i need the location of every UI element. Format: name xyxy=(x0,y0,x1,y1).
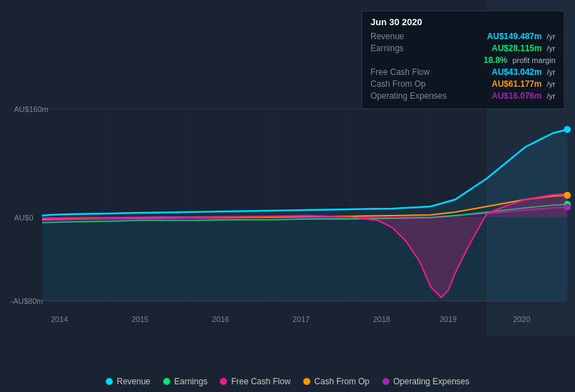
x-label-2014: 2014 xyxy=(51,315,68,323)
legend-item-fcf[interactable]: Free Cash Flow xyxy=(220,377,291,386)
tooltip-cfo-value: AU$61.177m xyxy=(492,79,541,89)
legend-dot-opex xyxy=(382,378,389,385)
tooltip-fcf-row: Free Cash Flow AU$43.042m /yr xyxy=(370,67,555,77)
legend-label-revenue: Revenue xyxy=(117,377,151,386)
tooltip-fcf-unit: /yr xyxy=(547,68,555,76)
tooltip-earnings-row: Earnings AU$28.115m /yr xyxy=(370,43,555,53)
tooltip-margin-label: profit margin xyxy=(513,56,555,64)
legend-dot-cfo xyxy=(303,378,310,385)
opex-end-dot xyxy=(564,204,571,211)
legend-dot-revenue xyxy=(106,378,113,385)
y-label-bot: -AU$80m xyxy=(11,297,43,305)
tooltip-opex-value: AU$16.076m xyxy=(492,91,541,101)
tooltip-cfo-label: Cash From Op xyxy=(370,79,426,89)
tooltip-margin-row: 18.8% profit margin xyxy=(370,55,555,65)
y-label-top: AU$160m xyxy=(14,105,48,113)
chart-legend: Revenue Earnings Free Cash Flow Cash Fro… xyxy=(0,377,575,386)
legend-label-opex: Operating Expenses xyxy=(394,377,470,386)
cfo-end-dot xyxy=(564,192,571,199)
x-label-2015: 2015 xyxy=(132,315,148,323)
legend-label-cfo: Cash From Op xyxy=(314,377,370,386)
tooltip-cfo-unit: /yr xyxy=(547,80,555,88)
legend-item-cfo[interactable]: Cash From Op xyxy=(303,377,370,386)
x-label-2018: 2018 xyxy=(373,315,390,323)
legend-label-earnings: Earnings xyxy=(174,377,207,386)
legend-dot-earnings xyxy=(163,378,170,385)
tooltip-date: Jun 30 2020 xyxy=(370,17,555,27)
tooltip-earnings-label: Earnings xyxy=(370,43,403,53)
tooltip-cfo-row: Cash From Op AU$61.177m /yr xyxy=(370,79,555,89)
legend-item-opex[interactable]: Operating Expenses xyxy=(382,377,470,386)
tooltip-earnings-unit: /yr xyxy=(547,44,555,52)
legend-item-revenue[interactable]: Revenue xyxy=(106,377,151,386)
x-label-2020: 2020 xyxy=(513,315,530,323)
legend-label-fcf: Free Cash Flow xyxy=(231,377,291,386)
tooltip-revenue-label: Revenue xyxy=(370,31,404,41)
revenue-end-dot xyxy=(564,126,571,133)
tooltip-fcf-label: Free Cash Flow xyxy=(370,67,430,77)
y-label-mid: AU$0 xyxy=(14,214,34,222)
tooltip-revenue-row: Revenue AU$149.487m /yr xyxy=(370,31,555,41)
tooltip-opex-label: Operating Expenses xyxy=(370,91,447,101)
tooltip-earnings-value: AU$28.115m xyxy=(492,43,541,53)
tooltip-opex-unit: /yr xyxy=(547,92,555,100)
x-label-2016: 2016 xyxy=(212,315,229,323)
legend-dot-fcf xyxy=(220,378,227,385)
tooltip-fcf-value: AU$43.042m xyxy=(492,67,541,77)
x-label-2017: 2017 xyxy=(293,315,310,323)
tooltip-opex-row: Operating Expenses AU$16.076m /yr xyxy=(370,91,555,101)
tooltip-revenue-unit: /yr xyxy=(547,32,555,41)
legend-item-earnings[interactable]: Earnings xyxy=(163,377,207,386)
tooltip-margin-value: 18.8% xyxy=(483,55,507,65)
data-tooltip: Jun 30 2020 Revenue AU$149.487m /yr Earn… xyxy=(361,10,564,109)
tooltip-revenue-value: AU$149.487m xyxy=(487,31,541,41)
x-label-2019: 2019 xyxy=(440,315,457,323)
